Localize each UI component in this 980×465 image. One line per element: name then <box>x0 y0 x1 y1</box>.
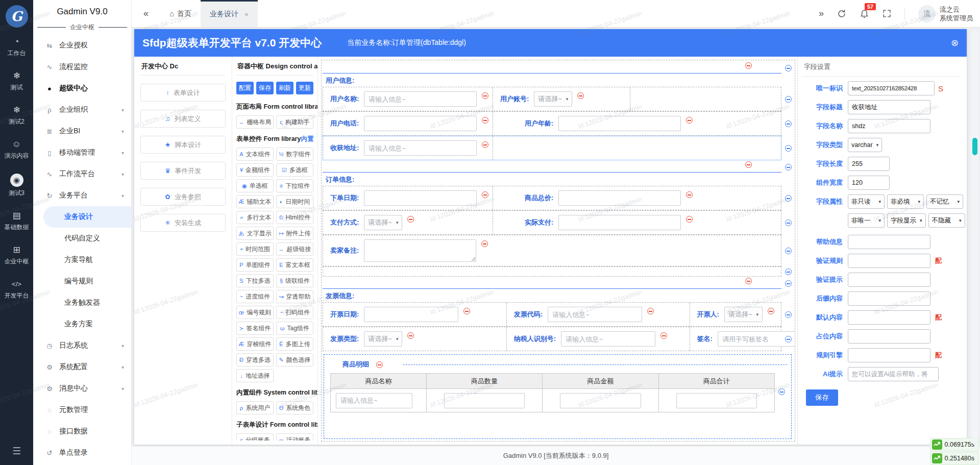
form-design-button[interactable]: ↑表单设计 <box>140 84 226 102</box>
field-useraccount[interactable]: 用户账号: 请选择~▾ <box>493 87 630 111</box>
memory-select[interactable]: 不记忆▾ <box>926 194 963 209</box>
sidebar-item-log-system[interactable]: ◷ 日志系统 ▾ <box>33 335 131 356</box>
remove-subform-icon[interactable] <box>376 361 383 368</box>
field-save-button[interactable]: 保存 <box>806 389 838 406</box>
unique-id-input[interactable] <box>848 81 935 95</box>
sidebar-item-numbering-rules[interactable]: 编号规则 <box>33 271 131 292</box>
remove-section-icon[interactable] <box>745 62 752 69</box>
remove-section-icon[interactable] <box>745 161 752 168</box>
rail-item-demo[interactable]: ☺ 演示内容 <box>5 139 29 160</box>
sidebar-item-business-design[interactable]: 业务设计 <box>43 206 131 228</box>
product-detail-subform[interactable]: 商品明细 商品名称 商品数量 <box>324 354 792 439</box>
library-control-button[interactable]: ©Html控件 <box>276 211 313 224</box>
field-issuer[interactable]: 开票人: 请选择~▾ <box>690 303 781 326</box>
sidebar-item-system-config[interactable]: ⚙ 系统配置 ▾ <box>33 356 131 378</box>
tab-business-design[interactable]: 业务设计 × <box>201 0 258 27</box>
remove-field-icon[interactable] <box>407 216 414 223</box>
expand-tabs-icon[interactable]: » <box>819 8 824 19</box>
library-control-button[interactable]: ~进度组件 <box>236 290 274 303</box>
unique-select[interactable]: 非唯一▾ <box>848 213 885 228</box>
taxid-input[interactable] <box>561 331 655 347</box>
sidebar-item-enterprise-auth[interactable]: ⇆ 企业授权 <box>33 35 131 56</box>
dialog-close-icon[interactable]: ⊗ <box>951 37 959 48</box>
rail-item-workbench[interactable]: ◔ 工作台 <box>8 37 26 58</box>
library-control-button[interactable]: ≻签名组件 <box>236 322 274 335</box>
subform-control[interactable]: ≤分组账务 <box>236 433 274 440</box>
remove-row-icon[interactable] <box>785 164 792 170</box>
configure-link[interactable]: 配 <box>935 351 942 360</box>
window-scrollbar[interactable] <box>972 31 978 445</box>
orderdate-input[interactable] <box>364 190 477 206</box>
library-control-button[interactable]: ¥金额组件 <box>236 163 274 177</box>
product-name-input[interactable] <box>336 393 412 408</box>
sidebar-item-business-trigger[interactable]: 业务触发器 <box>33 292 131 313</box>
placeholder-content-input[interactable] <box>848 329 930 344</box>
library-control-button[interactable]: ≈时间范围 <box>236 242 274 256</box>
rail-item-test[interactable]: ❄ 测试 <box>11 71 23 92</box>
remove-field-icon[interactable] <box>686 216 693 223</box>
sidebar-collapse-icon[interactable]: ☰ <box>0 445 33 457</box>
library-control-button[interactable]: ≡下拉组件 <box>276 179 313 192</box>
system-role-control[interactable]: Θ系统角色 <box>276 401 313 414</box>
refresh-button[interactable]: 刷新 <box>276 82 293 94</box>
remove-field-icon[interactable] <box>482 117 488 124</box>
event-dev-button[interactable]: ♛事件开发 <box>140 162 226 180</box>
tab-home[interactable]: ⌂ 首页 <box>160 0 201 27</box>
library-control-button[interactable]: ✎颜色选择 <box>276 353 313 366</box>
canvas-container[interactable]: 用户信息: 用户名称: 用户账号: <box>321 60 795 442</box>
library-control-button[interactable]: A文本组件 <box>236 148 274 161</box>
update-button[interactable]: 更新 <box>296 82 313 94</box>
rail-item-devplatform[interactable]: </> 开发平台 <box>5 279 29 300</box>
script-design-button[interactable]: ★脚本设计 <box>140 136 226 154</box>
component-width-input[interactable] <box>848 176 890 190</box>
system-user-control[interactable]: ρ系统用户 <box>236 401 274 414</box>
rail-item-basedata[interactable]: ▤ 基础数据 <box>5 211 29 232</box>
sidebar-item-enterprise-bi[interactable]: ≣ 企业BI ▾ <box>33 120 131 142</box>
issuer-select[interactable]: 请选择~▾ <box>724 307 763 322</box>
sidebar-item-interface-data[interactable]: ◌ 接口数据 <box>33 421 131 442</box>
library-control-button[interactable]: ☑多选框 <box>276 163 313 177</box>
field-length-input[interactable] <box>848 157 890 171</box>
remove-row-icon[interactable] <box>785 248 792 254</box>
field-sellernote[interactable]: 卖家备注: <box>323 235 781 266</box>
library-control-button[interactable]: E富文本框 <box>276 258 313 272</box>
remove-field-icon[interactable] <box>686 191 693 198</box>
remove-row-icon[interactable] <box>778 388 785 395</box>
remove-section-icon[interactable] <box>745 278 752 284</box>
field-type-select[interactable]: varchar▾ <box>848 138 882 152</box>
library-control-button[interactable]: Æ穿梭组件 <box>236 337 274 351</box>
rail-item-enterprise-hub[interactable]: ⊞ 企业中枢 <box>5 245 29 266</box>
library-control-button[interactable]: ↔超级链接 <box>276 242 313 256</box>
install-generate-button[interactable]: ✳安装生成 <box>140 214 226 232</box>
product-amount-input[interactable] <box>560 393 641 408</box>
field-totalprice[interactable]: 商品总价: <box>493 186 781 210</box>
library-control-button[interactable]: ◉单选框 <box>236 179 274 192</box>
empty-cell[interactable] <box>493 136 781 160</box>
library-control-button[interactable]: ~扫码组件 <box>276 306 313 319</box>
required-select[interactable]: 非必填▾ <box>887 194 924 209</box>
empty-cell[interactable] <box>630 87 781 111</box>
remove-row-icon[interactable] <box>785 268 792 275</box>
field-payment[interactable]: 支付方式: 请选择~▾ <box>323 211 493 234</box>
suffix-content-input[interactable] <box>848 291 930 306</box>
username-input[interactable] <box>364 91 477 107</box>
userage-input[interactable] <box>558 116 681 131</box>
remove-row-icon[interactable] <box>785 65 792 71</box>
rail-item-test3[interactable]: ◉ 测试3 <box>9 174 24 198</box>
remove-field-icon[interactable] <box>577 92 584 99</box>
rail-item-test2[interactable]: ❄ 测试2 <box>9 105 24 126</box>
remove-field-icon[interactable] <box>686 117 693 124</box>
subform-control[interactable]: ∾活动账务 <box>276 433 313 440</box>
remove-field-icon[interactable] <box>481 240 488 247</box>
library-control-button[interactable]: ↓地址选择 <box>236 369 274 382</box>
validation-rule-input[interactable] <box>848 254 930 268</box>
remove-row-icon[interactable] <box>785 219 792 226</box>
sidebar-item-metadata-mgmt[interactable]: ◌ 元数管理 <box>33 399 131 421</box>
sidebar-item-workflow-platform[interactable]: ∿ 工作流平台 ▾ <box>33 163 131 185</box>
library-control-button[interactable]: ↦附件上传 <box>276 227 313 240</box>
scrollbar-thumb[interactable] <box>972 138 977 155</box>
refresh-icon[interactable] <box>837 9 846 18</box>
remove-row-icon[interactable] <box>785 311 792 318</box>
library-control-button[interactable]: Ê多图上传 <box>276 337 313 351</box>
sidebar-item-business-platform[interactable]: ↻ 业务平台 ▾ <box>33 185 131 206</box>
